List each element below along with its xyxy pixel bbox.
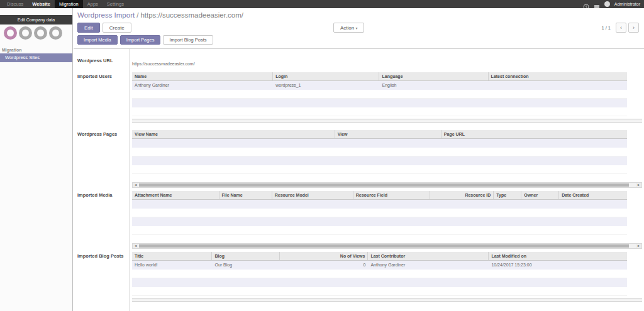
column-header[interactable]: Last Contributor xyxy=(368,252,489,260)
menu-discuss[interactable]: Discuss xyxy=(3,0,28,8)
chat-icon[interactable] xyxy=(594,1,600,8)
action-label: Action xyxy=(340,25,354,31)
table-cell xyxy=(559,226,627,234)
column-header[interactable]: Blog xyxy=(212,252,280,260)
column-header[interactable]: Language xyxy=(379,72,488,80)
field-wordpress-pages: Wordpress Pages View NameViewPage URL ◂ … xyxy=(74,130,644,188)
scrollbar-thumb[interactable] xyxy=(139,183,629,187)
table-cell xyxy=(132,217,219,226)
logo-ring-icon xyxy=(34,26,47,40)
import-blog-posts-button[interactable]: Import Blog Posts xyxy=(163,35,213,45)
menu-website[interactable]: Website xyxy=(28,0,55,8)
breadcrumb-wordpress-import[interactable]: Wordpress Import xyxy=(77,11,135,19)
column-header[interactable]: Type xyxy=(494,191,521,199)
field-label-imported-media: Imported Media xyxy=(74,191,130,249)
user-name[interactable]: Administrator xyxy=(614,2,640,6)
table-empty-row xyxy=(132,90,627,99)
app-menus: Discuss Website Migration Apps Settings xyxy=(3,0,128,8)
scroll-left-icon[interactable]: ◂ xyxy=(133,183,138,187)
table-empty-row xyxy=(132,107,627,116)
table-cell xyxy=(559,200,627,209)
wordpress-pages-table: View NameViewPage URL xyxy=(132,130,627,174)
column-header[interactable]: File Name xyxy=(219,191,272,199)
menu-migration[interactable]: Migration xyxy=(55,0,83,8)
field-label-imported-blog-posts: Imported Blog Posts xyxy=(74,252,130,302)
create-button[interactable]: Create xyxy=(103,23,131,33)
table-cell: 10/24/2017 15:23:00 xyxy=(489,261,627,270)
menu-apps[interactable]: Apps xyxy=(83,0,103,8)
table-cell xyxy=(489,81,627,90)
avatar xyxy=(604,1,610,7)
scrollbar-track[interactable] xyxy=(138,244,636,248)
form-sheet: Wordpress URL https://successmadeeasier.… xyxy=(74,48,644,311)
edit-company-data-button[interactable]: Edit Company data xyxy=(0,15,72,25)
table-cell xyxy=(280,270,368,278)
table-cell xyxy=(430,200,494,209)
column-header[interactable]: View xyxy=(335,130,441,138)
field-label-wordpress-pages: Wordpress Pages xyxy=(74,130,130,188)
column-header[interactable]: Resource ID xyxy=(430,191,494,199)
table-row[interactable]: Anthony Gardinerwordpress_1English xyxy=(132,81,627,90)
wordpress-pages-hscrollbar[interactable]: ◂ ▸ xyxy=(132,182,642,188)
column-header[interactable]: Name xyxy=(132,72,273,80)
table-empty-row xyxy=(132,209,627,217)
scrollbar-thumb[interactable] xyxy=(139,244,629,248)
column-header[interactable]: View Name xyxy=(132,130,335,138)
imported-users-table: NameLoginLanguageLatest connectionAnthon… xyxy=(132,72,627,116)
column-header[interactable]: Attachment Name xyxy=(132,191,219,199)
imported-media-hscrollbar[interactable]: ◂ ▸ xyxy=(132,243,642,249)
column-header[interactable]: Resource Model xyxy=(272,191,353,199)
table-row[interactable]: Hello world!Our Blog0Anthony Gardiner10/… xyxy=(132,261,627,270)
table-cell xyxy=(489,287,627,295)
column-header[interactable]: Date Created xyxy=(559,191,627,199)
column-header[interactable]: Login xyxy=(273,72,379,80)
column-header[interactable]: Page URL xyxy=(441,130,627,138)
clock-icon[interactable] xyxy=(583,1,589,8)
scroll-left-icon[interactable]: ◂ xyxy=(133,244,138,248)
table-cell xyxy=(489,99,627,107)
pager-next-button[interactable]: › xyxy=(628,23,639,33)
scroll-right-icon[interactable]: ▸ xyxy=(636,183,641,187)
imported-users-hscrollbar[interactable] xyxy=(132,119,642,123)
logo-ring-icon xyxy=(4,26,17,40)
field-label-imported-users: Imported Users xyxy=(74,72,130,123)
main-content: Wordpress Import/https://successmadeeasi… xyxy=(74,8,644,311)
action-dropdown-button[interactable]: Action ▾ xyxy=(333,23,364,33)
column-header[interactable]: Owner xyxy=(521,191,559,199)
table-cell xyxy=(353,226,430,234)
pager-prev-button[interactable]: ‹ xyxy=(616,23,626,33)
table-cell xyxy=(441,165,627,173)
table-cell xyxy=(430,226,494,234)
table-cell xyxy=(494,200,521,209)
pager: 1 / 1 ‹ › xyxy=(601,23,639,33)
import-media-button[interactable]: Import Media xyxy=(77,35,118,45)
column-header[interactable]: Resource Field xyxy=(353,191,430,199)
table-cell xyxy=(521,226,559,234)
import-pages-button[interactable]: Import Pages xyxy=(120,35,161,45)
table-empty-row xyxy=(132,278,627,287)
column-header[interactable]: Latest connection xyxy=(489,72,627,80)
column-header[interactable]: Title xyxy=(132,252,212,260)
table-empty-row xyxy=(132,226,627,235)
chevron-down-icon: ▾ xyxy=(355,26,357,30)
logo-ring-icon xyxy=(19,26,32,40)
table-empty-row xyxy=(132,270,627,278)
table-cell xyxy=(272,217,353,226)
table-cell xyxy=(132,90,273,98)
column-header[interactable]: No of Views xyxy=(280,252,368,260)
table-cell xyxy=(132,148,335,156)
field-imported-users: Imported Users NameLoginLanguageLatest c… xyxy=(74,72,644,123)
imported-blog-posts-hscrollbar[interactable] xyxy=(132,298,642,302)
column-header[interactable]: Last Modified on xyxy=(489,252,627,260)
edit-button[interactable]: Edit xyxy=(77,23,100,33)
menu-settings[interactable]: Settings xyxy=(103,0,128,8)
table-cell: Our Blog xyxy=(212,261,280,270)
object-button-row: Import Media Import Pages Import Blog Po… xyxy=(74,35,644,48)
table-cell xyxy=(132,287,212,295)
imported-media-table: Attachment NameFile NameResource ModelRe… xyxy=(132,191,627,235)
field-imported-blog-posts: Imported Blog Posts TitleBlogNo of Views… xyxy=(74,252,644,302)
table-cell xyxy=(212,278,280,287)
scroll-right-icon[interactable]: ▸ xyxy=(636,244,641,248)
sidebar-item-wordpress-sites[interactable]: Wordpress Sites xyxy=(0,53,72,62)
scrollbar-track[interactable] xyxy=(138,183,636,187)
